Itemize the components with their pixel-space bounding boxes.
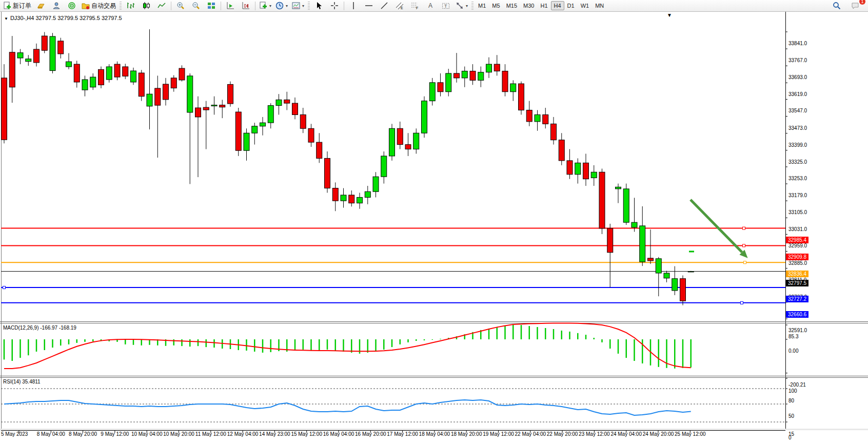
channel-tool-button[interactable]: E xyxy=(392,0,407,11)
hline-handle[interactable] xyxy=(3,286,6,289)
clock-icon xyxy=(275,2,284,10)
crosshair-button[interactable] xyxy=(327,0,342,11)
candle xyxy=(187,76,193,112)
zoom-in-icon xyxy=(176,2,185,10)
chat-bubble-icon xyxy=(851,2,860,10)
price-axis-label: 33473.0 xyxy=(788,125,807,131)
line-chart-button[interactable] xyxy=(154,0,169,11)
chart-step-button[interactable] xyxy=(238,0,253,11)
candle xyxy=(163,84,169,100)
candlestick-chart-button[interactable] xyxy=(139,0,154,11)
date-label: 10 May 20:00 xyxy=(163,431,194,437)
candle xyxy=(381,156,387,177)
candle xyxy=(268,106,273,123)
label-tool-button[interactable]: T xyxy=(438,0,453,11)
price-axis-label: 33841.0 xyxy=(788,41,807,46)
template-icon xyxy=(292,2,300,10)
price-tag: 32836.4 xyxy=(786,271,808,277)
candle xyxy=(510,84,516,92)
timeframe-button-m5[interactable]: M5 xyxy=(489,1,503,10)
text-tool-button[interactable]: A xyxy=(423,0,438,11)
zoom-out-button[interactable] xyxy=(188,0,204,11)
price-axis-label: 33325.0 xyxy=(788,159,807,165)
date-label: 22 May 20:00 xyxy=(547,431,578,437)
auto-trading-button[interactable]: 自动交易 xyxy=(80,0,118,11)
timeframe-button-h1[interactable]: H1 xyxy=(537,1,550,10)
timeframe-group: M1M5M15M30H1H4D1W1MN xyxy=(475,1,607,10)
date-label: 23 May 12:00 xyxy=(579,431,610,437)
timeframe-button-m1[interactable]: M1 xyxy=(475,1,489,10)
template-dropdown[interactable]: ▾ xyxy=(290,0,306,11)
date-label: 10 May 04:00 xyxy=(131,431,163,437)
candle xyxy=(276,100,282,105)
candle xyxy=(502,71,508,91)
chart-window: ▼DJ30-,H4 32797.5 32799.5 32795.5 32797.… xyxy=(0,12,868,442)
bar-chart-button[interactable] xyxy=(123,0,139,11)
fibonacci-icon: F xyxy=(411,2,419,10)
person-chart-button[interactable] xyxy=(49,0,64,11)
radar-button[interactable] xyxy=(64,0,80,11)
chart-play-icon xyxy=(226,2,234,10)
fibonacci-tool-button[interactable]: F xyxy=(407,0,423,11)
hline-handle[interactable] xyxy=(744,261,746,264)
auto-trading-icon xyxy=(82,2,90,10)
candle xyxy=(429,83,435,101)
macd-label: MACD(12,26,9) -166.97 -168.19 xyxy=(3,325,76,331)
candle xyxy=(9,52,15,87)
chevron-down-icon: ▾ xyxy=(286,4,288,8)
notifications-button[interactable]: 1 xyxy=(847,0,863,11)
candle xyxy=(413,133,419,149)
zoom-in-button[interactable] xyxy=(173,0,188,11)
candle xyxy=(317,142,322,158)
timeframe-button-m15[interactable]: M15 xyxy=(503,1,520,10)
hline-handle[interactable] xyxy=(743,227,745,229)
gold-bar-button[interactable] xyxy=(33,0,49,11)
timeframe-button-m30[interactable]: M30 xyxy=(520,1,537,10)
toolbar-separator xyxy=(171,2,171,10)
candle xyxy=(66,62,72,67)
rsi-axis-label: 80 xyxy=(788,398,794,403)
timeframe-button-h4[interactable]: H4 xyxy=(551,1,564,10)
candle xyxy=(325,158,330,188)
date-label: 11 May 12:00 xyxy=(195,431,226,437)
chart-canvas[interactable] xyxy=(0,12,868,442)
date-label: 18 May 20:00 xyxy=(451,431,482,437)
cursor-button[interactable] xyxy=(311,0,327,11)
toolbar-grip xyxy=(308,2,310,10)
channel-icon: E xyxy=(396,2,404,10)
chart-play-button[interactable] xyxy=(223,0,238,11)
candle xyxy=(195,108,201,117)
window-bottom-strip xyxy=(0,429,868,430)
candle xyxy=(284,100,290,103)
vline-tool-button[interactable] xyxy=(346,0,361,11)
period-dropdown[interactable]: ▾ xyxy=(273,0,290,11)
search-button[interactable] xyxy=(829,0,844,11)
timeframe-button-mn[interactable]: MN xyxy=(592,1,607,10)
new-order-icon xyxy=(3,2,11,10)
timeframe-button-d1[interactable]: D1 xyxy=(564,1,578,10)
timeframe-button-w1[interactable]: W1 xyxy=(578,1,593,10)
search-icon xyxy=(833,2,841,10)
arrows-dropdown[interactable]: ▾ xyxy=(453,0,470,11)
candle xyxy=(211,105,217,106)
candle xyxy=(155,88,161,105)
hline-handle[interactable] xyxy=(743,244,745,247)
price-tag: 32660.6 xyxy=(786,311,808,318)
price-axis-label: 32885.0 xyxy=(788,260,807,266)
candle xyxy=(446,73,451,92)
price-axis-label: 33031.0 xyxy=(788,226,807,232)
chevron-down-icon: ▾ xyxy=(269,4,271,8)
hline-handle[interactable] xyxy=(741,301,743,304)
new-chart-dropdown[interactable]: ▾ xyxy=(257,0,273,11)
trendline-tool-button[interactable] xyxy=(377,0,392,11)
date-label: 16 May 20:00 xyxy=(355,431,386,437)
chart-shift-marker[interactable]: ▼ xyxy=(667,12,672,18)
chart-step-icon xyxy=(242,2,250,10)
new-order-button[interactable]: 新订单 xyxy=(1,0,33,11)
candle xyxy=(543,114,548,124)
tile-windows-button[interactable] xyxy=(204,0,219,11)
toolbar-separator xyxy=(255,2,255,10)
hline-tool-button[interactable] xyxy=(361,0,377,11)
candle xyxy=(308,128,314,142)
candle xyxy=(147,94,152,106)
